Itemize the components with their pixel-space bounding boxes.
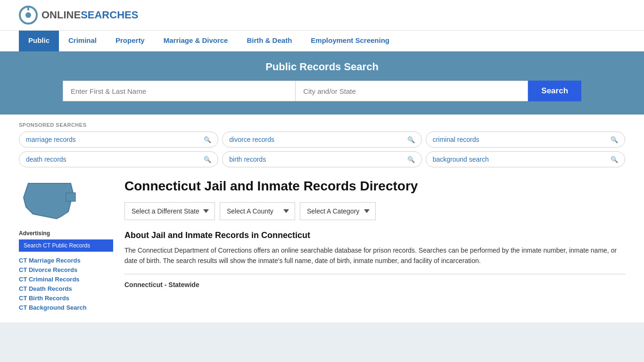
ct-criminal-link[interactable]: CT Criminal Records: [19, 276, 80, 283]
pill-criminal-records[interactable]: criminal records 🔍: [426, 132, 625, 148]
sponsored-label: SPONSORED SEARCHES: [19, 122, 625, 128]
category-dropdown[interactable]: Select A Category: [300, 202, 376, 220]
sidebar-ad-label: Advertising: [19, 230, 113, 237]
section-divider: [124, 274, 625, 274]
about-title: About Jail and Inmate Records in Connect…: [124, 230, 625, 240]
list-item: CT Birth Records: [19, 294, 113, 302]
svg-rect-4: [66, 193, 75, 201]
county-dropdown[interactable]: Select A County: [220, 202, 295, 220]
sidebar: Advertising Search CT Public Records CT …: [19, 179, 113, 313]
list-item: CT Divorce Records: [19, 266, 113, 273]
dropdowns: Select a Different State Select A County…: [124, 202, 625, 220]
header: ONLINESEARCHES: [0, 0, 644, 30]
pill-death-records[interactable]: death records 🔍: [19, 151, 218, 167]
search-icon: 🔍: [611, 136, 618, 143]
svg-point-1: [25, 12, 31, 18]
ct-birth-link[interactable]: CT Birth Records: [19, 295, 69, 302]
hero-title: Public Records Search: [19, 61, 625, 73]
sponsored-section: SPONSORED SEARCHES marriage records 🔍 di…: [19, 122, 625, 167]
nav-public[interactable]: Public: [19, 31, 59, 51]
pill-background-search[interactable]: background search 🔍: [426, 151, 625, 167]
ct-background-link[interactable]: CT Background Search: [19, 304, 87, 311]
nav: Public Criminal Property Marriage & Divo…: [0, 30, 644, 51]
search-icon: 🔍: [204, 136, 211, 143]
search-pills: marriage records 🔍 divorce records 🔍 cri…: [19, 132, 625, 167]
list-item: CT Marriage Records: [19, 256, 113, 264]
ct-marriage-link[interactable]: CT Marriage Records: [19, 257, 81, 264]
about-text: The Connecticut Department of Correction…: [124, 245, 625, 266]
nav-birth-death[interactable]: Birth & Death: [237, 31, 301, 51]
search-icon: 🔍: [407, 156, 415, 163]
main-container: SPONSORED SEARCHES marriage records 🔍 di…: [0, 115, 644, 322]
content-section: Advertising Search CT Public Records CT …: [19, 179, 625, 322]
search-icon: 🔍: [407, 136, 415, 143]
search-button[interactable]: Search: [528, 81, 581, 101]
sidebar-ad-link[interactable]: Search CT Public Records: [19, 239, 113, 252]
list-item: CT Death Records: [19, 285, 113, 292]
sidebar-links: CT Marriage Records CT Divorce Records C…: [19, 256, 113, 311]
list-item: CT Criminal Records: [19, 275, 113, 283]
nav-criminal[interactable]: Criminal: [59, 31, 106, 51]
nav-employment[interactable]: Employment Screening: [301, 31, 399, 51]
logo-text: ONLINESEARCHES: [41, 9, 138, 21]
search-icon: 🔍: [204, 156, 211, 163]
directory-title: Connecticut Jail and Inmate Records Dire…: [124, 179, 625, 194]
list-item: CT Background Search: [19, 304, 113, 311]
nav-marriage-divorce[interactable]: Marriage & Divorce: [154, 31, 238, 51]
pill-divorce-records[interactable]: divorce records 🔍: [222, 132, 421, 148]
search-icon: 🔍: [611, 156, 618, 163]
hero-banner: Public Records Search Search: [0, 51, 644, 115]
pill-birth-records[interactable]: birth records 🔍: [222, 151, 421, 167]
ct-death-link[interactable]: CT Death Records: [19, 285, 72, 292]
nav-property[interactable]: Property: [106, 31, 154, 51]
search-bar: Search: [63, 81, 581, 101]
main-content: Connecticut Jail and Inmate Records Dire…: [124, 179, 625, 313]
statewide-label: Connecticut - Statewide: [124, 281, 625, 288]
logo-icon: [19, 6, 38, 25]
name-input[interactable]: [63, 81, 295, 101]
state-dropdown[interactable]: Select a Different State: [124, 202, 215, 220]
ct-map: [19, 179, 80, 221]
location-input[interactable]: [295, 81, 528, 101]
ct-divorce-link[interactable]: CT Divorce Records: [19, 266, 77, 273]
pill-marriage-records[interactable]: marriage records 🔍: [19, 132, 218, 148]
logo: ONLINESEARCHES: [19, 6, 138, 25]
